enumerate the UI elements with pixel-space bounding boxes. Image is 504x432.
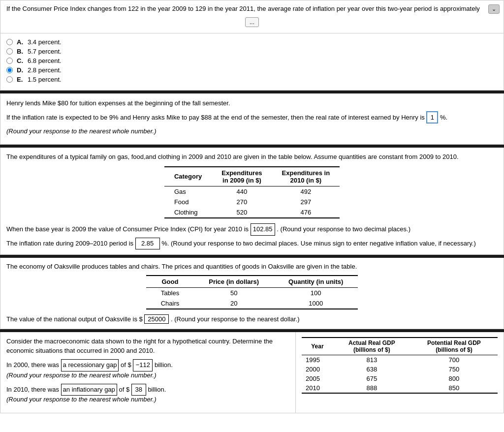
macro-answer-2010-block: In 2010, there was an inflationary gap o… <box>6 384 289 403</box>
macro-2005-potential: 800 <box>410 374 498 383</box>
option-c-text: 6.8 percent. <box>28 57 62 64</box>
oak-answer-prefix: The value of the national output of Oaks… <box>6 315 143 323</box>
macro-2000-note: (Round your response to the nearest whol… <box>6 371 289 379</box>
table-row: Gas 440 492 <box>164 186 340 197</box>
henry-line1: Henry lends Mike $80 for tuition expense… <box>6 98 498 108</box>
macro-2000-potential: 750 <box>410 365 498 374</box>
oak-tables-label: Tables <box>146 288 194 299</box>
henry-line2: If the inflation rate is expected to be … <box>6 111 498 124</box>
cpi-answer-value[interactable]: 102.85 <box>251 223 275 236</box>
exp-food-2010: 297 <box>272 197 340 207</box>
macro-2000-type-input[interactable]: a recessionary gap <box>61 359 119 371</box>
macro-2010-actual: 888 <box>333 383 410 393</box>
macro-answer-2010-line: In 2010, there was an inflationary gap o… <box>6 384 289 396</box>
oak-chairs-quantity: 1000 <box>274 298 358 309</box>
macro-answer-2000-block: In 2000, there was a recessionary gap of… <box>6 359 289 379</box>
option-e-letter: E. <box>17 76 25 83</box>
table-row: Chairs 20 1000 <box>146 298 358 309</box>
macro-col-actual: Actual Real GDP(billions of $) <box>333 338 410 355</box>
exp-clothing-label: Clothing <box>164 207 212 218</box>
macro-1995-potential: 700 <box>410 355 498 365</box>
macro-2005-year: 2005 <box>302 374 333 383</box>
oak-col-quantity: Quantity (in units) <box>274 276 358 288</box>
henry-note: (Round your response to the nearest whol… <box>6 126 498 136</box>
option-d: D. 2.8 percent. <box>6 66 498 74</box>
option-b-letter: B. <box>17 48 25 55</box>
option-a-radio[interactable] <box>6 39 13 45</box>
exp-col-category: Category <box>164 167 212 186</box>
cpi-question-text: If the Consumer Price Index changes from… <box>6 5 480 12</box>
henry-line2-prefix: If the inflation rate is expected to be … <box>6 114 426 121</box>
option-a-text: 3.4 percent. <box>28 38 62 46</box>
exp-clothing-2010: 476 <box>272 207 340 218</box>
exp-clothing-2009: 520 <box>212 207 272 218</box>
option-e-text: 1.5 percent. <box>28 76 62 83</box>
macro-2010-note: (Round your response to the nearest whol… <box>6 396 289 403</box>
table-row: 2005 675 800 <box>302 374 498 383</box>
cpi-answer-suffix: . (Round your response to two decimal pl… <box>277 225 410 233</box>
macro-2010-suffix: billion. <box>148 386 166 393</box>
option-c-letter: C. <box>17 57 25 64</box>
henry-answer-input[interactable]: 1 <box>426 111 438 124</box>
option-a-letter: A. <box>17 38 25 46</box>
oak-col-price: Price (in dollars) <box>194 276 274 288</box>
inflation-prefix: The inflation rate during 2009–2010 peri… <box>6 240 135 247</box>
exp-gas-2009: 440 <box>212 186 272 197</box>
macro-2000-actual: 638 <box>333 365 410 374</box>
ellipsis-box: ... <box>245 17 259 27</box>
macro-2005-actual: 675 <box>333 374 410 383</box>
macro-2010-prefix: In 2010, there was <box>6 386 61 393</box>
exp-gas-2010: 492 <box>272 186 340 197</box>
expenditure-section: The expenditures of a typical family on … <box>0 148 504 255</box>
option-c: C. 6.8 percent. <box>6 57 498 64</box>
option-d-text: 2.8 percent. <box>28 66 62 74</box>
option-c-radio[interactable] <box>6 58 13 64</box>
cpi-answer-line: When the base year is 2009 the value of … <box>6 223 498 236</box>
macro-2010-value-input[interactable]: 38 <box>131 384 146 396</box>
option-b-radio[interactable] <box>6 48 13 55</box>
oaksville-table: Good Price (in dollars) Quantity (in uni… <box>146 275 358 309</box>
cpi-answer-prefix: When the base year is 2009 the value of … <box>6 225 251 233</box>
table-row: 1995 813 700 <box>302 355 498 365</box>
inflation-suffix: %. (Round your response to two decimal p… <box>161 240 476 247</box>
macro-2010-type-input[interactable]: an inflationary gap <box>61 384 117 396</box>
inflation-value[interactable]: 2.85 <box>135 238 160 250</box>
oak-tables-price: 50 <box>194 288 274 299</box>
macro-1995-actual: 813 <box>333 355 410 365</box>
macro-left-panel: Consider the macroeconomic data shown to… <box>0 332 296 413</box>
inflation-answer-line: The inflation rate during 2009–2010 peri… <box>6 238 498 250</box>
cpi-question-section: If the Consumer Price Index changes from… <box>0 0 504 33</box>
oak-question-text: The economy of Oaksville produces tables… <box>6 263 498 270</box>
henry-section: Henry lends Mike $80 for tuition expense… <box>0 93 504 145</box>
table-row: 2010 888 850 <box>302 383 498 393</box>
option-b: B. 5.7 percent. <box>6 48 498 55</box>
macro-2010-potential: 850 <box>410 383 498 393</box>
exp-gas-label: Gas <box>164 186 212 197</box>
exp-food-2009: 270 <box>212 197 272 207</box>
macro-2000-year: 2000 <box>302 365 333 374</box>
macro-2000-middle: of $ <box>121 361 131 369</box>
table-row: 2000 638 750 <box>302 365 498 374</box>
option-d-radio[interactable] <box>6 67 13 73</box>
oak-chairs-price: 20 <box>194 298 274 309</box>
macro-2000-value-input[interactable]: −112 <box>133 359 153 371</box>
exp-question-text: The expenditures of a typical family on … <box>6 153 498 161</box>
collapse-button[interactable]: ⌄ <box>488 4 500 14</box>
macro-2000-prefix: In 2000, there was <box>6 361 61 369</box>
oak-answer-value[interactable]: 25000 <box>144 314 169 324</box>
oak-answer-suffix: . (Round your response to the nearest do… <box>171 315 300 323</box>
oak-chairs-label: Chairs <box>146 298 194 309</box>
macro-2010-middle: of $ <box>119 386 129 393</box>
options-section: A. 3.4 percent. B. 5.7 percent. C. 6.8 p… <box>0 33 504 91</box>
oak-col-good: Good <box>146 276 194 288</box>
option-e-radio[interactable] <box>6 76 13 83</box>
oak-answer-line: The value of the national output of Oaks… <box>6 314 498 324</box>
option-b-text: 5.7 percent. <box>28 48 62 55</box>
macro-1995-year: 1995 <box>302 355 333 365</box>
exp-col-2009: Expendituresin 2009 (in $) <box>212 167 272 186</box>
macro-section: Consider the macroeconomic data shown to… <box>0 332 504 413</box>
ellipsis-area: ... <box>6 13 498 31</box>
macro-table: Year Actual Real GDP(billions of $) Pote… <box>302 337 498 394</box>
option-e: E. 1.5 percent. <box>6 76 498 83</box>
macro-2000-suffix: billion. <box>155 361 173 369</box>
